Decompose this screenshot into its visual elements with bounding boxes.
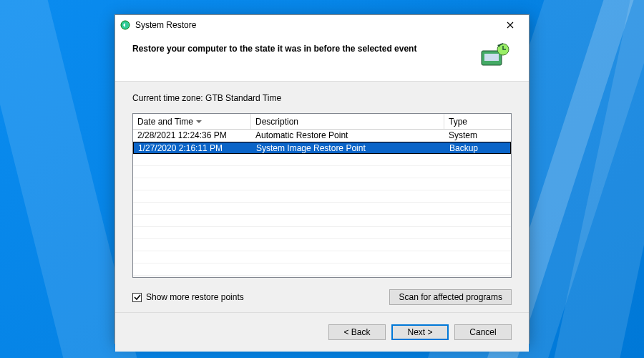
table-row[interactable]: 1/27/2020 2:16:11 PMSystem Image Restore…: [133, 142, 511, 154]
table-row[interactable]: 2/28/2021 12:24:36 PMAutomatic Restore P…: [133, 130, 511, 142]
cell-date: 2/28/2021 12:24:36 PM: [133, 130, 251, 141]
column-header-date[interactable]: Date and Time: [133, 114, 251, 129]
titlebar: System Restore: [115, 15, 529, 35]
cell-date: 1/27/2020 2:16:11 PM: [134, 142, 252, 154]
table-header: Date and Time Description Type: [133, 114, 511, 130]
empty-row: [133, 239, 511, 251]
empty-row: [133, 263, 511, 276]
cell-type: Backup: [445, 142, 510, 154]
header-heading: Restore your computer to the state it wa…: [132, 42, 477, 54]
show-more-label: Show more restore points: [146, 292, 244, 302]
empty-row: [133, 178, 511, 190]
empty-row: [133, 166, 511, 178]
empty-row: [133, 154, 511, 166]
restore-points-table: Date and Time Description Type 2/28/2021…: [132, 113, 512, 278]
empty-row: [133, 251, 511, 263]
dialog-body: Current time zone: GTB Standard Time Dat…: [115, 82, 529, 312]
column-header-description[interactable]: Description: [251, 114, 444, 129]
system-restore-icon: [119, 19, 131, 31]
empty-row: [133, 215, 511, 227]
table-body: 2/28/2021 12:24:36 PMAutomatic Restore P…: [133, 130, 511, 276]
scan-affected-button[interactable]: Scan for affected programs: [389, 289, 512, 305]
checkbox-icon: [132, 293, 142, 302]
show-more-checkbox[interactable]: Show more restore points: [132, 292, 244, 302]
close-button[interactable]: [496, 15, 525, 35]
column-header-type[interactable]: Type: [444, 114, 511, 129]
back-button[interactable]: < Back: [328, 324, 386, 340]
cell-description: System Image Restore Point: [252, 142, 445, 154]
window-title: System Restore: [135, 20, 496, 30]
cancel-button[interactable]: Cancel: [454, 324, 512, 340]
next-button[interactable]: Next >: [391, 324, 449, 340]
empty-row: [133, 190, 511, 203]
dialog-header: Restore your computer to the state it wa…: [115, 35, 529, 82]
system-restore-dialog: System Restore Restore your computer to …: [114, 14, 530, 344]
empty-row: [133, 203, 511, 215]
svg-rect-2: [484, 54, 499, 61]
table-footer-row: Show more restore points Scan for affect…: [132, 289, 512, 305]
cell-type: System: [444, 130, 511, 141]
empty-row: [133, 227, 511, 239]
cell-description: Automatic Restore Point: [251, 130, 444, 141]
restore-icon: [477, 42, 512, 71]
dialog-footer: < Back Next > Cancel: [115, 312, 529, 352]
timezone-label: Current time zone: GTB Standard Time: [132, 93, 512, 103]
